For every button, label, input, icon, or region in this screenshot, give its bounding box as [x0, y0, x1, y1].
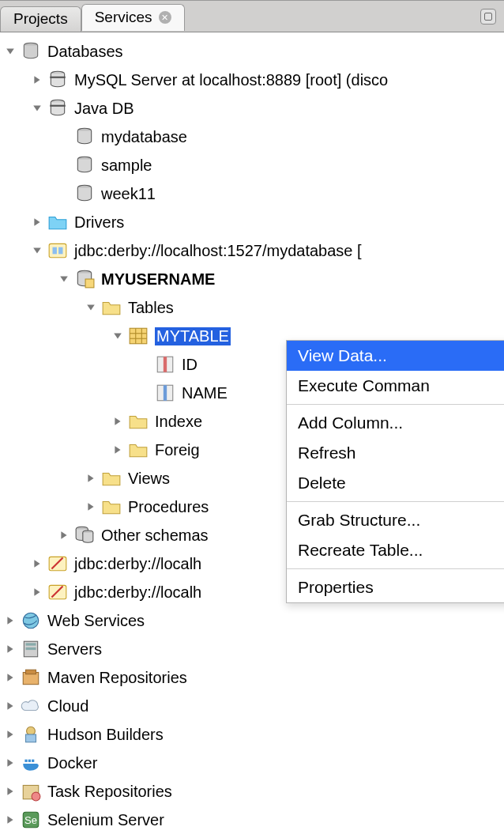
chevron-right-icon[interactable] [84, 500, 98, 514]
svg-rect-27 [164, 357, 167, 372]
node-label: Views [128, 470, 170, 488]
chevron-down-icon[interactable] [57, 272, 71, 286]
chevron-down-icon[interactable] [111, 329, 125, 343]
chevron-down-icon[interactable] [3, 44, 17, 59]
chevron-right-icon[interactable] [3, 613, 17, 628]
svg-marker-12 [33, 247, 41, 253]
column-pk-icon [155, 354, 175, 375]
node-sample[interactable]: sample [2, 151, 504, 179]
node-databases[interactable]: Databases [2, 37, 504, 66]
node-web-services[interactable]: Web Services [2, 606, 504, 635]
chevron-right-icon[interactable] [3, 756, 17, 770]
node-label: Drivers [74, 213, 124, 232]
svg-rect-4 [50, 77, 66, 78]
chevron-right-icon[interactable] [30, 215, 44, 229]
menu-delete[interactable]: Delete [287, 468, 504, 498]
svg-marker-32 [88, 474, 93, 482]
chevron-down-icon[interactable] [30, 101, 44, 115]
svg-marker-50 [7, 702, 13, 710]
svg-rect-7 [50, 105, 66, 107]
chevron-right-icon[interactable] [111, 414, 125, 428]
database-icon [74, 126, 95, 147]
menu-properties[interactable]: Properties [287, 572, 504, 602]
node-label: week11 [101, 185, 156, 203]
svg-marker-16 [60, 276, 68, 281]
node-label: Servers [47, 640, 102, 659]
folder-icon [128, 411, 149, 432]
node-servers[interactable]: Servers [2, 635, 504, 663]
node-selenium[interactable]: Se Selenium Server [2, 806, 504, 834]
svg-rect-21 [130, 328, 147, 344]
maximize-icon[interactable] [480, 9, 496, 25]
node-label: jdbc:derby://localh [74, 555, 201, 573]
node-javadb[interactable]: Java DB [2, 94, 504, 123]
node-label: NAME [182, 384, 228, 402]
node-week11[interactable]: week11 [2, 179, 504, 208]
chevron-right-icon[interactable] [3, 699, 17, 713]
menu-label: Grab Structure... [298, 511, 420, 530]
chevron-right-icon[interactable] [3, 670, 17, 685]
node-jdbc-mydb[interactable]: jdbc:derby://localhost:1527/mydatabase [ [2, 236, 504, 265]
menu-execute-command[interactable]: Execute Comman [287, 371, 504, 401]
svg-rect-45 [26, 643, 36, 645]
chevron-right-icon[interactable] [3, 813, 17, 827]
tab-label: Projects [13, 10, 68, 28]
tab-projects[interactable]: Projects [0, 6, 81, 32]
chevron-right-icon[interactable] [3, 784, 17, 798]
chevron-right-icon[interactable] [84, 471, 98, 485]
database-server-icon [47, 70, 68, 90]
node-task-repos[interactable]: Task Repositories [2, 777, 504, 806]
node-label: MYTABLE [155, 327, 231, 345]
chevron-right-icon[interactable] [3, 642, 17, 656]
folder-icon [101, 468, 122, 489]
node-docker[interactable]: Docker [2, 749, 504, 777]
node-label: Maven Repositories [47, 669, 187, 687]
node-label: jdbc:derby://localhost:1527/mydatabase [ [74, 242, 362, 260]
svg-marker-47 [7, 674, 13, 681]
node-maven[interactable]: Maven Repositories [2, 663, 504, 692]
svg-rect-49 [26, 670, 36, 674]
menu-label: View Data... [298, 346, 387, 365]
svg-rect-15 [58, 247, 62, 255]
node-mysql[interactable]: MySQL Server at localhost:8889 [root] (d… [2, 66, 504, 94]
task-repo-icon [21, 781, 41, 802]
tab-services[interactable]: Services ✕ [81, 4, 185, 31]
menu-view-data[interactable]: View Data... [287, 341, 504, 371]
chevron-down-icon[interactable] [30, 243, 44, 258]
node-label: ID [182, 356, 197, 374]
svg-marker-11 [34, 218, 39, 226]
cloud-icon [21, 696, 41, 716]
menu-refresh[interactable]: Refresh [287, 438, 504, 468]
node-tables[interactable]: Tables [2, 293, 504, 322]
chevron-right-icon[interactable] [57, 528, 71, 542]
tab-label: Services [95, 9, 152, 26]
node-drivers[interactable]: Drivers [2, 208, 504, 236]
chevron-right-icon[interactable] [3, 727, 17, 742]
menu-label: Add Column... [298, 413, 403, 432]
column-icon [155, 383, 175, 403]
chevron-right-icon[interactable] [111, 443, 125, 457]
node-label: Foreig [155, 441, 200, 459]
chevron-right-icon[interactable] [30, 585, 44, 599]
docker-icon [21, 753, 41, 773]
hudson-icon [21, 724, 41, 745]
close-icon[interactable]: ✕ [159, 11, 171, 24]
chevron-down-icon[interactable] [84, 300, 98, 315]
menu-add-column[interactable]: Add Column... [287, 408, 504, 438]
chevron-right-icon[interactable] [30, 73, 44, 87]
chevron-right-icon[interactable] [30, 557, 44, 571]
menu-recreate-table[interactable]: Recreate Table... [287, 535, 504, 565]
svg-marker-58 [7, 787, 13, 795]
menu-separator [287, 404, 504, 405]
globe-icon [21, 610, 41, 631]
node-myusername[interactable]: MYUSERNAME [2, 265, 504, 293]
menu-grab-structure[interactable]: Grab Structure... [287, 505, 504, 535]
node-mydatabase[interactable]: mydatabase [2, 123, 504, 151]
node-label: Indexe [155, 413, 202, 431]
node-label: Other schemas [101, 527, 209, 545]
node-hudson[interactable]: Hudson Builders [2, 720, 504, 749]
tabbar: Projects Services ✕ [0, 1, 504, 32]
node-cloud[interactable]: Cloud [2, 692, 504, 720]
node-label: Procedures [128, 498, 209, 516]
svg-rect-13 [49, 243, 66, 257]
